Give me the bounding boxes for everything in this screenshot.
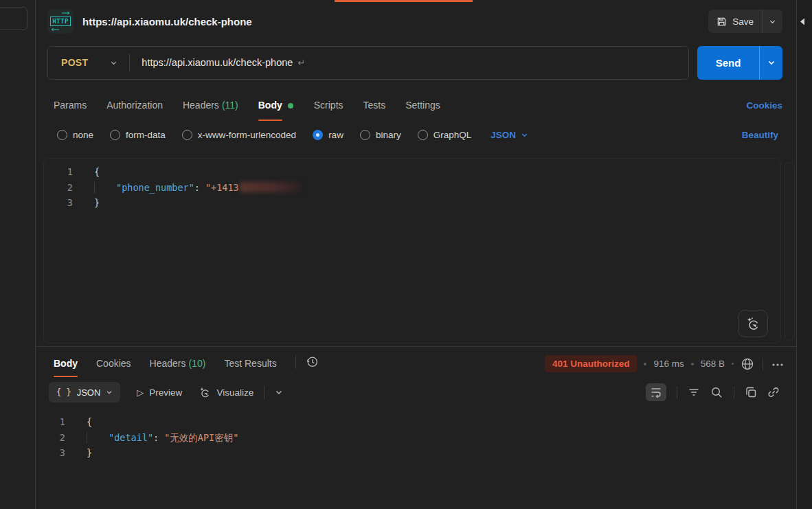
response-tab-cookies[interactable]: Cookies <box>96 350 131 377</box>
send-options-caret[interactable] <box>760 58 782 67</box>
panel-collapse-arrow-icon[interactable] <box>800 18 805 25</box>
left-sidebar-rail[interactable] <box>0 0 36 509</box>
body-modified-dot <box>288 103 293 109</box>
search-button[interactable] <box>710 386 723 399</box>
tab-scripts-label: Scripts <box>314 100 343 111</box>
close-brace: } <box>94 197 100 208</box>
arrow-right-icon <box>62 12 70 14</box>
colon: : <box>194 182 200 193</box>
radio-graphql-label: GraphQL <box>433 130 472 140</box>
request-title: https://api.xiaomu.uk/check-phone <box>82 16 252 27</box>
radio-circle-icon <box>57 130 67 140</box>
postbot-button[interactable] <box>738 310 768 337</box>
tab-params-label: Params <box>54 100 87 111</box>
radio-form-data-label: form-data <box>126 130 166 140</box>
radio-urlencoded-label: x-www-form-urlencoded <box>198 130 296 140</box>
network-info-button[interactable] <box>741 357 754 371</box>
globe-icon <box>741 357 754 371</box>
radio-raw[interactable]: raw <box>313 130 343 140</box>
filter-button[interactable] <box>688 386 700 398</box>
request-editor-canvas[interactable]: 1 { 2 "phone_number":"+1413 3 } <box>43 158 781 343</box>
radio-urlencoded[interactable]: x-www-form-urlencoded <box>182 130 296 140</box>
chevron-down-icon <box>275 388 283 396</box>
radio-graphql[interactable]: GraphQL <box>418 130 472 140</box>
response-tab-test-results[interactable]: Test Results <box>224 350 276 377</box>
divider <box>763 358 763 370</box>
radio-none[interactable]: none <box>57 130 93 140</box>
tab-authorization[interactable]: Authorization <box>106 90 163 121</box>
filter-icon <box>688 386 700 398</box>
radio-circle-icon <box>182 130 192 140</box>
copy-button[interactable] <box>745 386 757 398</box>
raw-format-dropdown[interactable]: JSON <box>490 130 528 140</box>
method-selector-caret[interactable] <box>110 59 117 67</box>
code-line: 3 } <box>44 195 780 211</box>
braces-icon: { } <box>56 387 71 397</box>
preview-button[interactable]: ▷ Preview <box>137 387 182 398</box>
colon: : <box>153 432 159 443</box>
three-dots-icon <box>771 363 784 367</box>
right-sidebar-rail[interactable] <box>796 0 812 509</box>
status-badge[interactable]: 401 Unauthorized <box>545 355 638 372</box>
response-body-viewer[interactable]: 1 { 2 "detail":"无效的API密钥" 3 } <box>36 407 796 461</box>
tab-settings[interactable]: Settings <box>405 90 440 121</box>
radio-binary[interactable]: binary <box>360 130 401 140</box>
editor-scrollbar-track[interactable] <box>785 162 795 341</box>
open-brace: { <box>87 416 92 427</box>
response-tab-headers[interactable]: Headers(10) <box>150 350 206 377</box>
line-number: 3 <box>36 445 65 461</box>
dot-separator <box>691 363 694 365</box>
active-tab-indicator <box>335 0 473 2</box>
tab-tests-label: Tests <box>363 100 386 111</box>
json-key: "detail" <box>87 432 153 443</box>
response-size[interactable]: 568 B <box>701 359 725 369</box>
beautify-link[interactable]: Beautify <box>742 130 778 140</box>
preview-play-icon: ▷ <box>137 387 144 398</box>
line-number: 2 <box>44 180 73 196</box>
wrap-text-button[interactable] <box>646 383 666 401</box>
http-label: HTTP <box>50 16 71 26</box>
json-key: "phone_number" <box>95 182 194 193</box>
tab-headers[interactable]: Headers(11) <box>183 90 238 121</box>
send-button-label[interactable]: Send <box>697 57 759 69</box>
response-section: Body Cookies Headers(10) Test Results 40… <box>36 346 796 461</box>
save-button-label: Save <box>732 16 754 27</box>
dot-separator <box>732 363 734 365</box>
toolbar-expand-caret[interactable] <box>275 388 283 396</box>
cookies-link[interactable]: Cookies <box>746 100 782 121</box>
save-button-main[interactable]: Save <box>708 16 762 27</box>
response-time[interactable]: 916 ms <box>653 359 684 369</box>
response-headers-count-badge: (10) <box>189 358 206 369</box>
visualize-button[interactable]: Visualize <box>199 386 253 398</box>
tab-body[interactable]: Body <box>258 90 282 121</box>
link-button[interactable] <box>767 386 780 398</box>
body-type-options-row: none form-data x-www-form-urlencoded raw… <box>36 121 796 148</box>
response-history-button[interactable] <box>306 355 319 377</box>
save-options-caret[interactable] <box>763 18 782 25</box>
close-brace: } <box>87 447 92 458</box>
radio-form-data[interactable]: form-data <box>110 130 166 140</box>
url-input-value[interactable]: https://api.xiaomu.uk/check-phone <box>142 57 293 68</box>
method-selector-value[interactable]: POST <box>48 57 88 68</box>
radio-selected-icon <box>313 130 323 140</box>
url-input-box[interactable]: POST https://api.xiaomu.uk/check-phone ↵ <box>47 46 689 80</box>
radio-none-label: none <box>73 130 93 140</box>
wrap-text-icon <box>650 386 662 398</box>
tab-params[interactable]: Params <box>54 90 87 121</box>
code-line: 1 { <box>36 414 796 430</box>
preview-label: Preview <box>149 387 182 398</box>
response-tool-icons <box>646 383 780 401</box>
save-button[interactable]: Save <box>708 10 782 33</box>
code-line: 3 } <box>36 445 796 461</box>
chevron-down-icon <box>767 58 776 67</box>
response-format-dropdown[interactable]: { } JSON <box>49 382 120 403</box>
tab-scripts[interactable]: Scripts <box>314 90 343 121</box>
more-options-button[interactable] <box>771 360 784 368</box>
sidebar-collapsed-tab[interactable] <box>0 7 27 30</box>
request-body-editor[interactable]: 1 { 2 "phone_number":"+1413 3 } <box>36 148 796 346</box>
headers-count-badge: (11) <box>222 100 238 111</box>
response-tab-body[interactable]: Body <box>54 350 78 377</box>
send-button[interactable]: Send <box>697 46 782 80</box>
tab-tests[interactable]: Tests <box>363 90 386 121</box>
enter-key-hint: ↵ <box>297 58 305 68</box>
